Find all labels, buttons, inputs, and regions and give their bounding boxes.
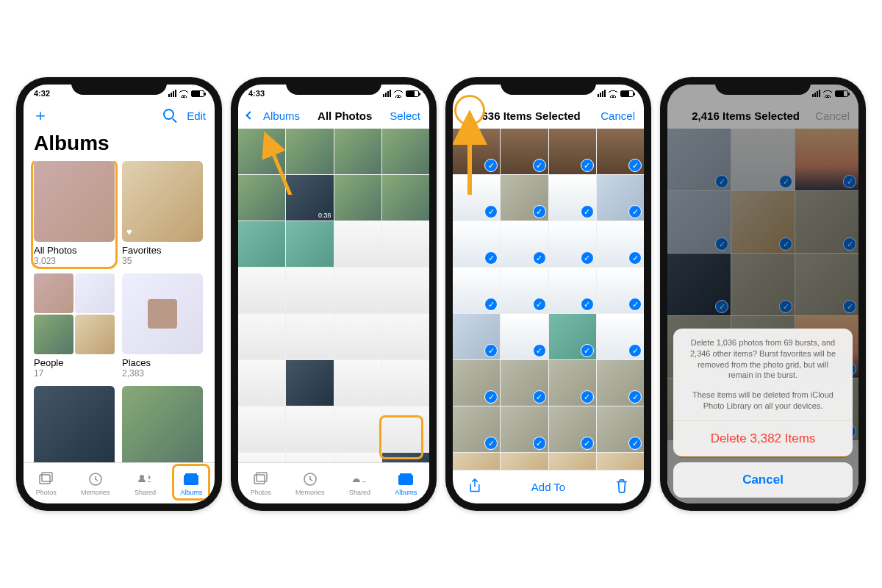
tab-photos[interactable]: Photos bbox=[36, 471, 57, 496]
share-icon bbox=[467, 478, 482, 493]
signal-icon bbox=[598, 90, 606, 97]
nav-bar: ＋ Edit bbox=[24, 102, 215, 129]
tab-shared[interactable]: Shared bbox=[135, 471, 156, 496]
album-count: 3,023 bbox=[34, 256, 115, 266]
phone-3-selection: 636 Items Selected Cancel Add To bbox=[445, 77, 651, 511]
video-duration: 0:36 bbox=[318, 212, 331, 219]
screen-all-photos: 4:33 Albums All Photos Select 0:36 bbox=[238, 85, 429, 503]
highlight-last-photo bbox=[379, 415, 423, 459]
cancel-action[interactable]: Cancel bbox=[673, 462, 853, 498]
signal-icon bbox=[168, 90, 176, 97]
screen-albums: 4:32 ＋ Edit Albums All Photos 3,023 bbox=[24, 85, 215, 503]
album-count: 17 bbox=[34, 368, 115, 379]
albums-grid[interactable]: All Photos 3,023 ♥ Favorites 35 People 1… bbox=[24, 161, 215, 462]
cancel-button[interactable]: Cancel bbox=[600, 110, 635, 122]
signal-icon bbox=[383, 90, 391, 97]
trash-icon bbox=[614, 478, 629, 493]
add-to-button[interactable]: Add To bbox=[531, 481, 565, 493]
heart-icon: ♥ bbox=[126, 226, 132, 237]
album-label: Favorites bbox=[122, 245, 203, 256]
album-all-photos[interactable]: All Photos 3,023 bbox=[34, 161, 115, 266]
svg-rect-6 bbox=[257, 473, 267, 481]
selection-toolbar: Add To bbox=[453, 470, 644, 503]
phone-4-delete-sheet: 2,416 Items Selected Cancel Delete 1,036… bbox=[660, 77, 866, 511]
album-extra-1[interactable] bbox=[34, 386, 115, 462]
album-places[interactable]: Places 2,383 bbox=[122, 273, 203, 379]
photo-grid[interactable]: 0:36 bbox=[238, 129, 429, 462]
selection-count: 636 Items Selected bbox=[482, 110, 581, 122]
tab-photos[interactable]: Photos bbox=[251, 471, 271, 496]
notch bbox=[715, 77, 811, 95]
sheet-message-2: These items will be deleted from iCloud … bbox=[673, 390, 853, 420]
back-button[interactable]: Albums bbox=[247, 110, 300, 122]
notch bbox=[286, 77, 381, 95]
tab-memories[interactable]: Memories bbox=[81, 471, 110, 496]
nav-bar: Albums All Photos Select bbox=[238, 102, 429, 129]
notch bbox=[71, 77, 167, 95]
status-time: 4:32 bbox=[34, 89, 50, 98]
album-label: Places bbox=[122, 357, 203, 368]
svg-rect-5 bbox=[254, 475, 265, 484]
highlight-scroll-top bbox=[454, 95, 485, 126]
sheet-message-1: Delete 1,036 photos from 69 bursts, and … bbox=[673, 329, 853, 390]
battery-icon bbox=[620, 90, 634, 97]
tab-albums[interactable]: Albums bbox=[395, 471, 417, 496]
svg-rect-1 bbox=[42, 473, 52, 481]
battery-icon bbox=[406, 90, 419, 97]
album-extra-2[interactable] bbox=[122, 386, 203, 462]
tab-memories[interactable]: Memories bbox=[295, 471, 325, 496]
album-label: People bbox=[34, 357, 115, 368]
action-sheet: Delete 1,036 photos from 69 bursts, and … bbox=[673, 329, 853, 456]
tab-shared[interactable]: Shared bbox=[349, 471, 370, 496]
highlight-albums-tab bbox=[172, 464, 210, 501]
select-button[interactable]: Select bbox=[390, 110, 420, 122]
album-label: All Photos bbox=[34, 245, 115, 256]
share-button[interactable] bbox=[467, 478, 482, 495]
delete-action[interactable]: Delete 3,382 Items bbox=[673, 420, 853, 456]
memories-icon bbox=[87, 471, 104, 487]
album-count: 2,383 bbox=[122, 368, 203, 379]
action-sheet-cancel: Cancel bbox=[673, 462, 853, 498]
shared-icon bbox=[136, 471, 154, 487]
wifi-icon bbox=[609, 89, 617, 98]
nav-title: All Photos bbox=[318, 110, 372, 122]
chevron-left-icon bbox=[245, 111, 254, 119]
album-favorites[interactable]: ♥ Favorites 35 bbox=[122, 161, 203, 266]
album-count: 35 bbox=[122, 256, 203, 266]
add-album-button[interactable]: ＋ bbox=[32, 107, 49, 123]
action-sheet-overlay: Delete 1,036 photos from 69 bursts, and … bbox=[667, 85, 858, 503]
delete-button[interactable] bbox=[614, 478, 629, 495]
status-time: 4:33 bbox=[248, 89, 265, 98]
wifi-icon bbox=[179, 89, 188, 98]
screen-delete-confirm: 2,416 Items Selected Cancel Delete 1,036… bbox=[667, 85, 858, 503]
battery-icon bbox=[191, 90, 204, 97]
screen-selection: 636 Items Selected Cancel Add To bbox=[453, 85, 644, 503]
svg-rect-9 bbox=[400, 473, 412, 476]
album-people[interactable]: People 17 bbox=[34, 273, 115, 379]
wifi-icon bbox=[394, 89, 403, 98]
photos-icon bbox=[38, 471, 54, 487]
notch bbox=[501, 77, 596, 95]
page-title: Albums bbox=[24, 129, 215, 161]
svg-rect-8 bbox=[398, 475, 413, 485]
tab-bar: Photos Memories Shared Albums bbox=[238, 462, 429, 503]
edit-button[interactable]: Edit bbox=[187, 110, 206, 122]
search-button[interactable] bbox=[163, 109, 176, 122]
phone-2-all-photos: 4:33 Albums All Photos Select 0:36 bbox=[231, 77, 437, 511]
svg-rect-0 bbox=[40, 475, 50, 484]
photo-grid-selected[interactable] bbox=[453, 129, 644, 470]
phone-1-albums: 4:32 ＋ Edit Albums All Photos 3,023 bbox=[16, 77, 222, 511]
